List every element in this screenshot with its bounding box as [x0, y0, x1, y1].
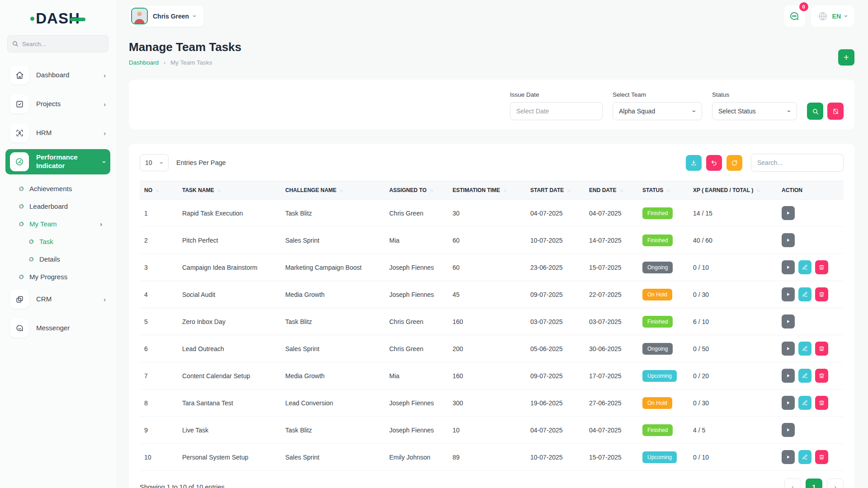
delete-task-button[interactable] — [815, 287, 828, 301]
user-menu[interactable]: Chris Green › — [129, 6, 203, 27]
sidebar-item-my-team[interactable]: My Team › — [5, 215, 110, 233]
chevron-right-icon: › — [104, 100, 106, 108]
entries-per-page-label: Entries Per Page — [176, 159, 226, 166]
table-row: 4 Social Audit Media Growth Joseph Fienn… — [140, 281, 844, 308]
action-buttons — [782, 423, 839, 437]
edit-task-button[interactable] — [798, 287, 811, 301]
view-task-button[interactable] — [782, 287, 795, 301]
sidebar-item-projects[interactable]: Projects › — [5, 91, 110, 117]
sidebar-item-performance-indicator[interactable]: Performance Indicator › — [5, 149, 110, 174]
edit-task-button[interactable] — [798, 342, 811, 356]
breadcrumb-dashboard-link[interactable]: Dashboard — [129, 59, 159, 66]
issue-date-input[interactable] — [510, 102, 603, 120]
search-icon — [12, 40, 19, 47]
sort-icon: ↑↓ — [619, 188, 622, 193]
cell-end-date: 27-06-2025 — [585, 389, 638, 417]
sidebar-item-crm[interactable]: CRM › — [5, 286, 110, 312]
sidebar-item-hrm[interactable]: HRM › — [5, 120, 110, 145]
undo-button[interactable] — [706, 155, 722, 171]
sidebar-item-messenger[interactable]: Messenger — [5, 315, 110, 341]
sidebar-item-task[interactable]: Task — [5, 233, 110, 250]
bullet-icon — [19, 222, 24, 226]
home-icon — [10, 66, 29, 84]
column-header-estimation-time[interactable]: ESTIMATION TIME↑↓ — [448, 181, 526, 200]
status-badge: On Hold — [642, 289, 672, 300]
messages-button[interactable]: 0 — [784, 5, 805, 27]
sidebar-item-dashboard[interactable]: Dashboard › — [5, 62, 110, 88]
cell-end-date: 03-07-2025 — [585, 308, 638, 335]
trash-icon — [819, 373, 825, 379]
chat-icon — [789, 11, 800, 22]
view-task-button[interactable] — [782, 423, 795, 437]
delete-task-button[interactable] — [815, 260, 828, 274]
play-icon — [786, 373, 791, 378]
cell-xp: 0 / 10 — [689, 254, 777, 281]
view-task-button[interactable] — [782, 233, 795, 247]
pencil-icon — [802, 454, 808, 460]
cell-no: 6 — [140, 335, 178, 362]
status-badge: Ongoing — [642, 343, 673, 355]
language-selector[interactable]: EN › — [811, 5, 854, 27]
view-task-button[interactable] — [782, 369, 795, 383]
cell-start-date: 19-06-2025 — [526, 389, 585, 417]
cell-start-date: 09-07-2025 — [526, 362, 585, 389]
filter-search-button[interactable] — [807, 103, 823, 120]
sort-icon: ↑↓ — [429, 188, 432, 193]
next-page-button[interactable]: › — [827, 479, 844, 488]
delete-task-button[interactable] — [815, 369, 828, 383]
view-task-button[interactable] — [782, 450, 795, 464]
view-task-button[interactable] — [782, 206, 795, 220]
chevron-down-icon: › — [691, 110, 698, 113]
edit-task-button[interactable] — [798, 450, 811, 464]
delete-task-button[interactable] — [815, 450, 828, 464]
status-badge: Finished — [642, 207, 673, 219]
cell-task-name: Zero Inbox Day — [178, 308, 281, 335]
refresh-button[interactable] — [726, 155, 742, 171]
chevron-down-icon: › — [101, 161, 108, 163]
add-task-button[interactable]: + — [838, 49, 854, 66]
view-task-button[interactable] — [782, 314, 795, 328]
column-header-assigned-to[interactable]: ASSIGNED TO↑↓ — [385, 181, 448, 200]
cell-no: 7 — [140, 362, 178, 389]
delete-task-button[interactable] — [815, 396, 828, 410]
delete-task-button[interactable] — [815, 342, 828, 356]
entries-per-page-select[interactable]: 10 › — [140, 154, 169, 171]
column-header-end-date[interactable]: END DATE↑↓ — [585, 181, 638, 200]
table-row: 5 Zero Inbox Day Task Blitz Chris Green … — [140, 308, 844, 335]
pencil-icon — [802, 291, 808, 297]
sidebar-item-achievements[interactable]: Achievements — [5, 180, 110, 197]
cell-start-date: 04-07-2025 — [526, 417, 585, 444]
column-header-start-date[interactable]: START DATE↑↓ — [526, 181, 585, 200]
table-row: 3 Campaign Idea Brainstorm Marketing Cam… — [140, 254, 844, 281]
cell-estimation-time: 300 — [448, 389, 526, 417]
export-download-button[interactable] — [686, 155, 702, 171]
edit-task-button[interactable] — [798, 369, 811, 383]
table-search-input[interactable] — [751, 154, 844, 172]
sidebar-item-leaderboard[interactable]: Leaderboard — [5, 197, 110, 215]
prev-page-button[interactable]: ‹ — [784, 479, 801, 488]
edit-task-button[interactable] — [798, 260, 811, 274]
edit-task-button[interactable] — [798, 396, 811, 410]
view-task-button[interactable] — [782, 342, 795, 356]
sidebar-item-my-progress[interactable]: My Progress — [5, 268, 110, 286]
column-header-challenge-name[interactable]: CHALLENGE NAME↑↓ — [281, 181, 385, 200]
page-1-button[interactable]: 1 — [806, 479, 822, 488]
sidebar-item-details[interactable]: Details — [5, 250, 110, 268]
sort-icon: ↑↓ — [340, 188, 342, 193]
column-header-no[interactable]: NO↑↓ — [140, 181, 178, 200]
view-task-button[interactable] — [782, 260, 795, 274]
column-header-xp[interactable]: XP ( EARNED / TOTAL )↑↓ — [689, 181, 777, 200]
sidebar-search-input[interactable] — [7, 35, 108, 52]
column-header-status[interactable]: STATUS↑↓ — [638, 181, 689, 200]
team-select[interactable]: Alpha Squad › — [613, 102, 702, 120]
breadcrumb: Dashboard › My Team Tasks — [129, 59, 241, 66]
cell-estimation-time: 160 — [448, 362, 526, 389]
filter-clear-button[interactable] — [827, 103, 844, 120]
cell-assigned-to: Emily Johnson — [385, 444, 448, 471]
bullet-icon — [19, 204, 24, 209]
pencil-icon — [802, 373, 808, 379]
status-select[interactable]: Select Status › — [712, 102, 797, 120]
cell-estimation-time: 160 — [448, 308, 526, 335]
column-header-task-name[interactable]: TASK NAME↑↓ — [178, 181, 281, 200]
view-task-button[interactable] — [782, 396, 795, 410]
